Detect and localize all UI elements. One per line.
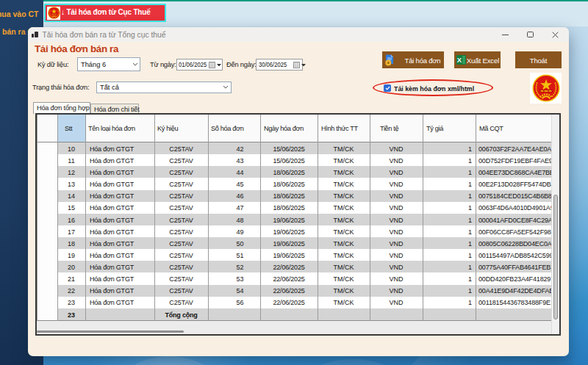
svg-text:X: X bbox=[457, 56, 462, 64]
